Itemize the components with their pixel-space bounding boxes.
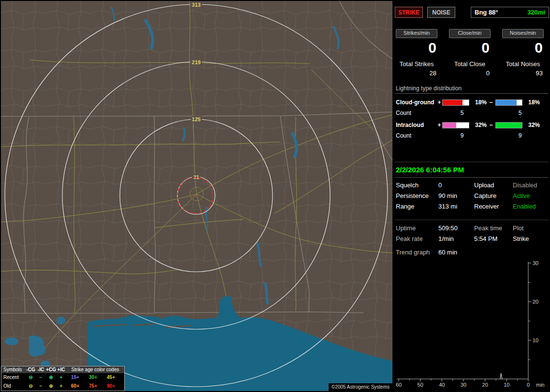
squelch-label: Squelch [396,182,438,189]
noises-per-min-value: 0 [502,40,544,56]
legend-col-pos-cg: +CG [46,366,56,373]
close-per-min-button[interactable]: Close/min [449,29,491,38]
cg-minus-percent: 18% [522,99,540,106]
x-tick-20: 20 [482,382,488,388]
y-tick-20: 20 [533,299,538,305]
divider [395,177,549,178]
uptime-value: 509:50 [438,224,474,232]
persistence-value: 90 min [438,192,474,199]
distribution-row-intracloud: Intracloud + 32% − 32% [395,122,549,128]
range-ring-label: 31 [193,174,199,180]
plus-sign: + [436,99,442,106]
age-75: 75+ [84,382,102,391]
trend-graph: 30 20 10 60 50 40 30 20 10 0 min [395,256,550,392]
noise-mode-button[interactable]: NOISE [427,7,455,18]
y-tick-10: 10 [533,337,538,343]
x-unit-label: min [536,382,545,388]
x-tick-50: 50 [418,382,423,388]
plus-sign: + [436,122,442,128]
ic-minus-bar [495,122,522,128]
intracloud-label: Intracloud [395,122,436,128]
counters-section: Strikes/min Close/min Noises/min 0 0 0 T… [395,29,549,139]
legend-age-title: Strike age color codes [66,366,124,373]
ic-plus-count: 9 [437,132,487,139]
strike-mode-button[interactable]: STRIKE [395,7,423,18]
pos-cg-icon: ⊕ [46,382,56,391]
ic-minus-count: 9 [495,132,545,139]
age-15: 15+ [66,373,84,382]
cg-plus-percent: 18% [469,99,487,106]
y-tick-30: 30 [533,260,538,266]
legend-old-label: Old [1,382,26,391]
distribution-row-cloud-ground: Cloud-ground + 18% − 18% [395,99,549,106]
plot-label: Plot [513,224,549,232]
trend-spike [500,373,502,379]
persistence-label: Persistence [396,192,438,199]
peak-time-label: Peak time [474,224,513,232]
plot-value: Strike [513,235,549,242]
x-tick-30: 30 [461,382,466,388]
x-tick-0: 0 [527,382,530,388]
uptime-label: Uptime [396,224,438,232]
peak-time-value: 5:54 PM [474,235,513,242]
capture-status: Active [513,192,549,199]
upload-label: Upload [474,182,513,189]
legend-symbols-header: Symbols [1,366,26,373]
x-tick-10: 10 [504,382,509,388]
status-section: 2/2/2026 6:04:56 PM Squelch 0 Upload Dis… [395,162,549,210]
total-close-label: Total Close [449,60,491,68]
range-ring-label: 219 [192,59,201,65]
legend-col-neg-cg: -CG [26,366,36,373]
minus-sign: − [487,122,495,128]
cg-plus-count: 5 [437,110,487,116]
total-strikes-value: 28 [396,70,437,77]
ic-minus-percent: 32% [522,122,540,128]
legend-recent-label: Recent [1,373,26,382]
cg-count-row: Count 5 5 [395,110,549,116]
range-ring-label: 313 [192,2,201,8]
total-noises-value: 93 [502,70,544,77]
ic-plus-bar [442,122,469,128]
strikes-per-min-button[interactable]: Strikes/min [396,29,437,38]
age-30: 30+ [84,373,102,382]
trend-window-value: 60 min [438,249,549,256]
map-view[interactable]: 313 219 125 31 Symbols -CG -IC +CG +IC S… [1,1,392,391]
minus-sign: − [487,99,495,106]
cg-minus-bar [495,99,522,106]
noises-per-min-button[interactable]: Noises/min [502,29,544,38]
age-90: 90+ [102,382,120,391]
range-label: Range [396,203,438,210]
upload-status: Disabled [513,182,549,189]
x-tick-40: 40 [439,382,445,388]
age-45: 45+ [102,373,120,382]
total-strikes-label: Total Strikes [396,60,437,68]
copyright-notice: ©2005 Astrogenic Systems [329,383,392,391]
legend-col-neg-ic: -IC [36,366,46,373]
strikes-per-min-value: 0 [396,40,437,56]
capture-label: Capture [474,192,513,199]
legend-header: Symbols -CG -IC +CG +IC Strike age color… [1,366,124,373]
trend-section: Uptime 509:50 Peak time Plot Peak rate 1… [395,220,549,256]
receiver-status: Enabled [513,203,549,210]
count-label: Count [395,132,437,139]
pos-ic-icon: + [56,373,66,382]
x-tick-60: 60 [396,382,402,388]
bearing-label: Bng 88° [475,9,498,16]
cg-minus-count: 5 [495,110,545,116]
total-close-value: 0 [449,70,491,77]
distribution-title: Lightning type distribution [395,85,549,94]
lightning-map: 313 219 125 31 [1,1,392,391]
squelch-value: 0 [438,182,474,189]
neg-ic-icon: − [36,373,46,382]
ic-plus-percent: 32% [469,122,487,128]
legend-col-pos-ic: +IC [56,366,66,373]
range-ring-label: 125 [192,116,201,122]
control-panel: STRIKE NOISE Bng 88° 320mi Strikes/min C… [394,0,550,392]
ic-count-row: Count 9 9 [395,132,549,139]
close-per-min-value: 0 [449,40,491,56]
bearing-display: Bng 88° 320mi [471,7,549,18]
neg-ic-icon: − [36,382,46,391]
trend-graph-label: Trend graph [396,249,438,256]
mode-toolbar: STRIKE NOISE Bng 88° 320mi [395,7,549,18]
range-value: 313 mi [438,203,474,210]
